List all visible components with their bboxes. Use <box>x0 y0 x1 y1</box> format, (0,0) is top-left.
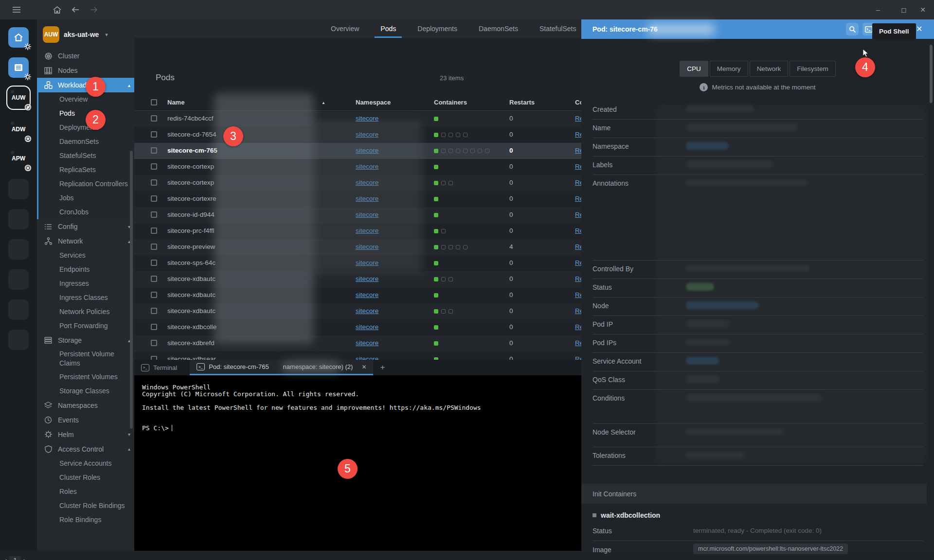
back-arrow-icon[interactable] <box>70 4 81 16</box>
rail-placeholder <box>8 239 29 260</box>
terminal-tab[interactable]: >_ Terminal <box>134 360 184 375</box>
table-row[interactable]: sitecore-xdbautc sitecore 0 Re <box>134 303 581 319</box>
metrics-tab-network[interactable]: Network <box>750 61 789 77</box>
row-checkbox[interactable] <box>151 147 157 154</box>
mouse-cursor <box>862 49 870 60</box>
sidebar-item-replicasets[interactable]: ReplicaSets <box>37 163 134 177</box>
row-checkbox[interactable] <box>151 179 157 186</box>
select-all-checkbox[interactable] <box>151 99 157 105</box>
sidebar-item-cluster[interactable]: Cluster <box>37 49 134 63</box>
row-checkbox[interactable] <box>151 308 157 314</box>
detail-scrollbar[interactable] <box>930 45 933 103</box>
sidebar-scrollbar[interactable] <box>130 151 133 429</box>
new-terminal-tab-button[interactable]: + <box>373 360 392 375</box>
page-prev-icon[interactable]: ◀ <box>3 558 7 560</box>
row-checkbox[interactable] <box>151 324 157 330</box>
row-checkbox[interactable] <box>151 340 157 346</box>
row-checkbox[interactable] <box>151 131 157 138</box>
restarts-count: 0 <box>509 179 513 186</box>
metrics-tab-bar: CPUMemoryNetworkFilesystem <box>581 61 934 77</box>
sidebar-item-persistent-volume-claims[interactable]: Persistent Volume Claims <box>37 348 134 370</box>
rail-catalog-list-button[interactable] <box>8 57 29 78</box>
sidebar-item-ingress-classes[interactable]: Ingress Classes <box>37 291 134 305</box>
tab-daemonsets[interactable]: DaemonSets <box>479 19 518 38</box>
tab-overview[interactable]: Overview <box>331 19 359 38</box>
column-header-containers[interactable]: Containers <box>434 99 467 106</box>
close-window-button[interactable]: ✕ <box>912 0 934 19</box>
sidebar-item-statefulsets[interactable]: StatefulSets <box>37 149 134 163</box>
pod-logs-icon[interactable] <box>846 23 859 35</box>
init-image-value[interactable]: mcr.microsoft.com/powershell:lts-nanoser… <box>693 543 848 554</box>
sidebar-item-persistent-volumes[interactable]: Persistent Volumes <box>37 370 134 384</box>
sidebar-item-storage-classes[interactable]: Storage Classes <box>37 384 134 398</box>
tab-pods[interactable]: Pods <box>380 19 396 38</box>
row-checkbox[interactable] <box>151 244 157 250</box>
container-running-square <box>434 341 438 346</box>
row-checkbox[interactable] <box>151 260 157 266</box>
sidebar-item-service-accounts[interactable]: Service Accounts <box>37 456 134 471</box>
sidebar-item-network-policies[interactable]: Network Policies <box>37 305 134 319</box>
sidebar-item-overview[interactable]: Overview <box>37 92 134 106</box>
sidebar-item-namespaces[interactable]: Namespaces <box>37 398 134 413</box>
redacted-field-value <box>686 105 754 113</box>
pod-shell-tab[interactable]: >_ Pod: sitecore-cm-765####namespace: si… <box>190 360 373 375</box>
terminal-output[interactable]: Windows PowerShell Copyright (C) Microso… <box>134 375 581 432</box>
sidebar-item-services[interactable]: Services <box>37 248 134 262</box>
sidebar-item-daemonsets[interactable]: DaemonSets <box>37 135 134 149</box>
row-checkbox[interactable] <box>151 228 157 234</box>
field-label: Name <box>593 124 611 132</box>
metrics-tab-cpu[interactable]: CPU <box>680 61 708 77</box>
sidebar-item-events[interactable]: Events <box>37 413 134 427</box>
minimize-button[interactable]: – <box>867 0 889 19</box>
sidebar-item-ingresses[interactable]: Ingresses <box>37 277 134 291</box>
sidebar-item-network[interactable]: Network ▴ <box>37 234 134 248</box>
rail-cluster-adw-button[interactable]: ADW <box>8 119 29 140</box>
sidebar-item-port-forwarding[interactable]: Port Forwarding <box>37 319 134 333</box>
app-rail: AUW ADW APW ◀ 1 ▶ <box>0 19 37 551</box>
table-row[interactable]: sitecore-xdbautc sitecore 0 Re <box>134 287 581 303</box>
row-checkbox[interactable] <box>151 195 157 202</box>
column-header-namespace[interactable]: Namespace <box>356 99 391 106</box>
sidebar-item-jobs[interactable]: Jobs <box>37 191 134 205</box>
metrics-tab-memory[interactable]: Memory <box>710 61 748 77</box>
controlled-by-link: Re <box>575 227 581 234</box>
column-header-controlled-by[interactable]: Controlled By <box>575 99 581 106</box>
column-header-name[interactable]: Name ▲ <box>167 99 190 106</box>
tab-deployments[interactable]: Deployments <box>417 19 457 38</box>
sidebar-item-access-control[interactable]: Access Control ▴ <box>37 442 134 456</box>
row-checkbox[interactable] <box>151 276 157 282</box>
sidebar-item-roles[interactable]: Roles <box>37 485 134 499</box>
sidebar-item-replication-controllers[interactable]: Replication Controllers <box>37 177 134 191</box>
row-checkbox[interactable] <box>151 292 157 298</box>
row-checkbox[interactable] <box>151 115 157 122</box>
rail-cluster-apw-button[interactable]: APW <box>8 148 29 169</box>
pod-name: sitecore-cortexp <box>167 179 214 186</box>
forward-arrow-icon[interactable] <box>88 4 100 16</box>
rail-catalog-home-button[interactable] <box>8 27 29 48</box>
rail-cluster-auw-button[interactable]: AUW <box>8 88 29 108</box>
sidebar-item-endpoints[interactable]: Endpoints <box>37 262 134 277</box>
close-tab-icon[interactable]: ✕ <box>361 364 366 370</box>
sidebar-item-helm[interactable]: Helm ▾ <box>37 427 134 442</box>
metrics-tab-filesystem[interactable]: Filesystem <box>790 61 836 77</box>
column-header-restarts[interactable]: Restarts <box>509 99 535 106</box>
sidebar-item-cluster-roles[interactable]: Cluster Roles <box>37 471 134 485</box>
table-row[interactable]: sitecore-xdbcolle sitecore 0 Re <box>134 319 581 335</box>
hamburger-menu-icon[interactable] <box>11 4 22 16</box>
table-row[interactable]: sitecore-xdbrefd sitecore 0 Re <box>134 335 581 351</box>
sidebar-item-nodes[interactable]: Nodes <box>37 63 134 78</box>
page-next-icon[interactable]: ▶ <box>23 558 27 560</box>
row-checkbox[interactable] <box>151 211 157 218</box>
cluster-selector[interactable]: AUW aks-uat-we ▾ <box>37 19 134 49</box>
sidebar-item-storage[interactable]: Storage ▴ <box>37 333 134 348</box>
tab-statefulsets[interactable]: StatefulSets <box>539 19 576 38</box>
terminal-icon: >_ <box>197 363 205 370</box>
sidebar-item-cronjobs[interactable]: CronJobs <box>37 205 134 219</box>
close-panel-icon[interactable]: ✕ <box>916 24 922 34</box>
sidebar-item-role-bindings[interactable]: Role Bindings <box>37 513 134 527</box>
row-checkbox[interactable] <box>151 163 157 170</box>
sidebar-item-label: Jobs <box>59 192 74 205</box>
sidebar-item-config[interactable]: Config ▾ <box>37 219 134 234</box>
sidebar-item-cluster-role-bindings[interactable]: Cluster Role Bindings <box>37 499 134 513</box>
home-icon[interactable] <box>51 4 63 16</box>
